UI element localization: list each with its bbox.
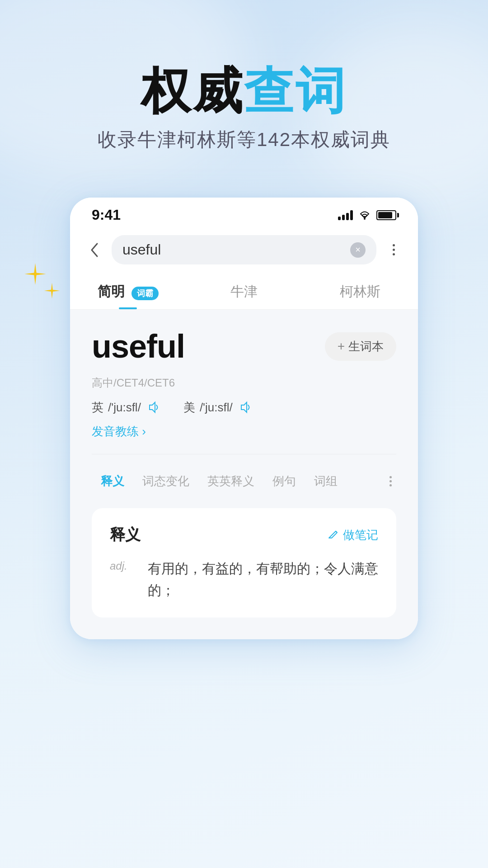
note-button[interactable]: 做笔记 xyxy=(328,527,378,543)
svg-marker-1 xyxy=(150,402,155,412)
search-input-wrapper[interactable]: useful × xyxy=(112,235,376,264)
sub-tab-more-dot-3 xyxy=(389,484,392,486)
sub-tab-cizu[interactable]: 词组 xyxy=(305,469,347,494)
title-black-text: 权威 xyxy=(141,63,244,118)
sparkle-small-icon xyxy=(43,282,61,299)
main-container: 权威查词 收录牛津柯林斯等142本权威词典 9:41 xyxy=(0,0,488,639)
phonetic-american-notation: /'ju:sfl/ xyxy=(200,401,233,415)
battery-icon xyxy=(376,210,396,220)
speaker-american-icon xyxy=(239,401,252,414)
title-section: 权威查词 收录牛津柯林斯等142本权威词典 xyxy=(98,63,390,152)
battery-fill xyxy=(378,212,392,218)
level-tags: 高中/CET4/CET6 xyxy=(92,376,396,390)
add-vocab-label: 生词本 xyxy=(348,339,384,354)
pos-label: adj. xyxy=(110,558,137,572)
title-blue-text: 查词 xyxy=(244,63,347,118)
sub-tab-more-dot-1 xyxy=(389,476,392,478)
more-dot-3 xyxy=(393,253,395,255)
section-divider xyxy=(92,454,396,454)
status-time: 9:41 xyxy=(92,207,121,223)
tab-jianming[interactable]: 简明 词霸 xyxy=(70,274,186,309)
note-button-label: 做笔记 xyxy=(343,527,378,543)
add-vocab-button[interactable]: + 生词本 xyxy=(325,332,396,361)
phonetic-british-notation: /'ju:sfl/ xyxy=(108,401,141,415)
plus-icon: + xyxy=(338,339,345,354)
pencil-icon xyxy=(328,529,339,541)
search-input: useful xyxy=(122,241,345,258)
more-dot-1 xyxy=(393,244,395,246)
pronunciation-practice-label: 发音教练 › xyxy=(92,424,146,439)
phonetic-british: 英 /'ju:sfl/ xyxy=(92,399,162,415)
phonetic-american: 美 /'ju:sfl/ xyxy=(183,399,253,415)
definition-header: 释义 做笔记 xyxy=(110,524,378,545)
american-sound-button[interactable] xyxy=(237,399,253,415)
definition-row: adj. 有用的，有益的，有帮助的；令人满意的； xyxy=(110,558,378,601)
status-icons xyxy=(338,210,396,220)
more-button[interactable] xyxy=(384,240,404,260)
sub-tab-liju[interactable]: 例句 xyxy=(263,469,305,494)
main-title: 权威查词 xyxy=(98,63,390,118)
search-bar: useful × xyxy=(70,228,418,274)
phonetics: 英 /'ju:sfl/ 美 /'ju:sfl/ xyxy=(92,399,396,415)
tab-kelins-label: 柯林斯 xyxy=(340,284,380,299)
back-button[interactable] xyxy=(84,240,104,260)
dict-content: useful + 生词本 高中/CET4/CET6 英 /'ju:sfl/ xyxy=(70,310,418,639)
tab-jianming-label: 简明 xyxy=(98,284,125,299)
status-bar: 9:41 xyxy=(70,198,418,228)
sub-tabs: 释义 词态变化 英英释义 例句 词组 xyxy=(92,469,396,494)
more-dot-2 xyxy=(393,249,395,251)
sub-tab-yingyingyi[interactable]: 英英释义 xyxy=(198,469,263,494)
word-title: useful xyxy=(92,328,185,365)
definition-text: 有用的，有益的，有帮助的；令人满意的； xyxy=(148,558,378,601)
clear-button[interactable]: × xyxy=(350,242,366,258)
phonetic-american-label: 美 xyxy=(183,400,195,415)
british-sound-button[interactable] xyxy=(145,399,162,415)
tab-jianming-badge: 词霸 xyxy=(131,287,159,300)
svg-marker-2 xyxy=(241,402,247,412)
tab-niujin-label: 牛津 xyxy=(230,284,258,299)
clear-icon: × xyxy=(355,245,361,255)
phone-mockup: 9:41 xyxy=(70,198,418,639)
definition-title: 释义 xyxy=(110,524,141,545)
definition-card: 释义 做笔记 adj. 有用的，有益的，有帮助的；令人满意的； xyxy=(92,508,396,618)
sub-tab-yiyi[interactable]: 释义 xyxy=(92,469,133,494)
tab-kelins[interactable]: 柯林斯 xyxy=(302,274,418,309)
tab-niujin[interactable]: 牛津 xyxy=(186,274,302,309)
sub-tab-more-dot-2 xyxy=(389,480,392,482)
word-header: useful + 生词本 xyxy=(92,328,396,365)
svg-point-0 xyxy=(364,218,366,220)
wifi-icon xyxy=(358,210,371,220)
pronunciation-practice-button[interactable]: 发音教练 › xyxy=(92,424,396,439)
subtitle-text: 收录牛津柯林斯等142本权威词典 xyxy=(98,127,390,152)
sub-tab-citai[interactable]: 词态变化 xyxy=(133,469,198,494)
speaker-british-icon xyxy=(147,401,160,414)
tabs-bar: 简明 词霸 牛津 柯林斯 xyxy=(70,274,418,310)
phonetic-british-label: 英 xyxy=(92,400,103,415)
signal-icon xyxy=(338,210,353,220)
sub-tab-more-button[interactable] xyxy=(389,472,396,491)
